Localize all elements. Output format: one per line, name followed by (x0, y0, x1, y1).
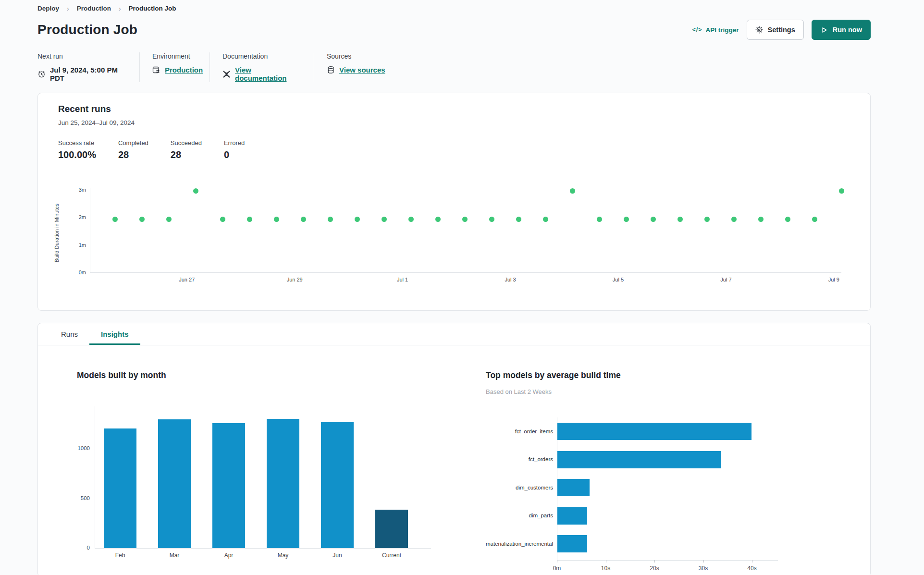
models-built-bar[interactable] (104, 428, 136, 548)
run-dot[interactable] (839, 188, 844, 194)
insights-card: Runs Insights Models built by month Top … (37, 323, 871, 575)
top-models-x-tick: 20s (650, 565, 659, 572)
run-dot[interactable] (543, 217, 548, 222)
chevron-right-icon: › (64, 5, 72, 12)
scatter-x-tick: Jul 7 (720, 277, 731, 282)
run-dot[interactable] (139, 217, 145, 222)
run-dot[interactable] (785, 217, 790, 222)
view-sources-link[interactable]: View sources (339, 66, 385, 74)
tab-insights[interactable]: Insights (89, 323, 140, 345)
top-models-category-label: dim_customers (433, 485, 553, 490)
breadcrumb-deploy[interactable]: Deploy (37, 5, 59, 12)
code-icon: </> (692, 26, 702, 33)
run-dot[interactable] (247, 217, 252, 222)
run-dot[interactable] (112, 217, 118, 222)
run-dot[interactable] (489, 217, 494, 222)
stat-succeeded: Succeeded 28 (171, 139, 202, 160)
run-dot[interactable] (597, 217, 602, 222)
header-actions: </> API trigger (692, 20, 871, 40)
tab-bar: Runs Insights (38, 323, 870, 345)
meta-next-run: Next run Jul 9, 2024, 5:00 PM PDT (37, 52, 139, 82)
models-built-x-tick: Feb (115, 552, 125, 559)
clock-icon (37, 70, 46, 78)
top-models-bar[interactable] (557, 535, 587, 552)
run-dot[interactable] (408, 217, 414, 222)
top-models-bar[interactable] (557, 479, 590, 496)
environment-icon (152, 66, 160, 74)
recent-runs-date-range: Jun 25, 2024–Jul 09, 2024 (58, 119, 135, 126)
models-built-bar[interactable] (212, 423, 245, 548)
top-models-bar[interactable] (557, 423, 752, 440)
run-dot[interactable] (704, 217, 710, 222)
run-dot[interactable] (570, 188, 575, 194)
meta-environment: Environment (139, 52, 209, 82)
models-built-bar[interactable] (267, 419, 299, 548)
stat-completed: Completed 28 (118, 139, 148, 160)
settings-button[interactable]: Settings (747, 20, 804, 40)
next-run-value: Jul 9, 2024, 5:00 PM PDT (50, 66, 130, 82)
top-models-x-tick: 10s (601, 565, 610, 572)
models-built-x-axis (95, 548, 431, 549)
top-models-x-tick: 30s (699, 565, 708, 572)
page-header: Production Job </> API trigger (37, 20, 871, 40)
documentation-label: Documentation (222, 52, 304, 60)
run-dot[interactable] (193, 188, 198, 194)
models-built-bar[interactable] (375, 510, 408, 548)
scatter-y-tick: 1m (66, 242, 86, 248)
breadcrumb-production-job: Production Job (129, 5, 176, 12)
top-models-x-tickmark (703, 560, 704, 563)
run-dot[interactable] (435, 217, 441, 222)
run-dot[interactable] (651, 217, 656, 222)
run-dot[interactable] (731, 217, 737, 222)
meta-sources: Sources View sources (314, 52, 395, 82)
top-models-bar[interactable] (557, 507, 587, 525)
run-dot[interactable] (274, 217, 279, 222)
recent-runs-card: Recent runs Jun 25, 2024–Jul 09, 2024 Su… (37, 93, 871, 311)
scatter-x-tick: Jul 9 (828, 277, 839, 282)
recent-runs-title: Recent runs (58, 104, 111, 114)
chevron-right-icon: › (116, 5, 124, 12)
run-now-button[interactable]: Run now (812, 20, 871, 40)
run-dot[interactable] (678, 217, 683, 222)
run-now-label: Run now (833, 26, 862, 34)
models-built-x-tick: Jun (333, 552, 342, 559)
run-dot[interactable] (301, 217, 306, 222)
top-models-category-label: dim_parts (433, 513, 553, 518)
production-job-page: Deploy › Production › Production Job Pro… (37, 0, 871, 575)
breadcrumb-production[interactable]: Production (77, 5, 111, 12)
run-dot[interactable] (166, 217, 172, 222)
run-dot[interactable] (328, 217, 333, 222)
run-dot[interactable] (462, 217, 468, 222)
dbt-docs-icon (222, 70, 231, 78)
run-dot[interactable] (758, 217, 764, 222)
api-trigger-link[interactable]: </> API trigger (692, 26, 739, 34)
top-models-category-label: fct_order_items (433, 428, 553, 434)
models-built-y-tick: 500 (71, 495, 90, 501)
top-models-x-tickmark (557, 560, 557, 563)
models-built-bar[interactable] (158, 419, 191, 548)
run-dot[interactable] (516, 217, 521, 222)
environment-link[interactable]: Production (165, 66, 203, 74)
top-models-category-label: fct_orders (433, 456, 553, 462)
top-models-chart-subtitle: Based on Last 2 Weeks (486, 388, 552, 395)
page-title: Production Job (37, 22, 137, 37)
run-dot[interactable] (812, 217, 817, 222)
scatter-y-tick: 0m (66, 269, 86, 275)
job-meta-strip: Next run Jul 9, 2024, 5:00 PM PDT Enviro… (37, 52, 871, 82)
tab-runs[interactable]: Runs (49, 323, 89, 345)
models-built-x-tick: Current (382, 552, 401, 559)
models-built-bar[interactable] (321, 422, 354, 548)
scatter-x-tick: Jul 1 (397, 277, 408, 282)
scatter-y-tick: 2m (66, 214, 86, 220)
models-built-y-tick: 0 (71, 545, 90, 551)
scatter-x-tick: Jun 29 (287, 277, 303, 282)
api-trigger-label: API trigger (706, 26, 739, 34)
run-dot[interactable] (220, 217, 225, 222)
models-built-x-tick: May (278, 552, 289, 559)
top-models-bar[interactable] (557, 451, 721, 468)
scatter-y-tick: 3m (66, 187, 86, 193)
run-dot[interactable] (624, 217, 629, 222)
run-dot[interactable] (355, 217, 360, 222)
view-documentation-link[interactable]: View documentation (235, 66, 304, 82)
run-dot[interactable] (382, 217, 387, 222)
